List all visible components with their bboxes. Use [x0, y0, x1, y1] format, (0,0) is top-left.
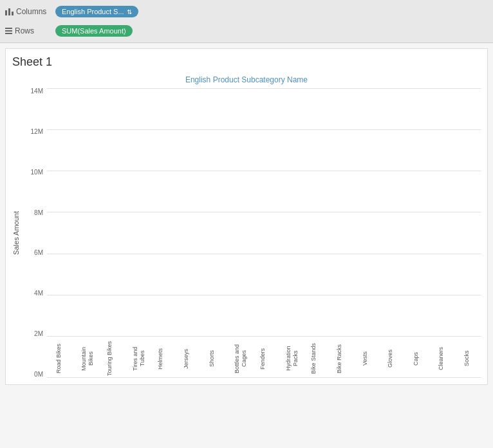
- y-axis: 0M2M4M6M8M10M12M14M: [23, 88, 47, 378]
- columns-pill-sort-icon: ⇅: [127, 8, 132, 15]
- columns-label-text: Columns: [16, 7, 46, 16]
- x-label: Fenders: [259, 339, 268, 378]
- x-label-wrap: Bike Stands: [302, 339, 328, 378]
- y-tick: 6M: [34, 250, 43, 256]
- columns-row: Columns English Product S... ⇅: [5, 3, 488, 21]
- chart-title: English Product Subcategory Name: [185, 75, 308, 84]
- x-label-wrap: Touring Bikes: [98, 339, 124, 378]
- x-label: Cleaners: [438, 339, 447, 378]
- chart-body: 0M2M4M6M8M10M12M14M Road BikesMountain B…: [23, 88, 481, 378]
- x-label-wrap: Fenders: [251, 339, 277, 378]
- x-label-wrap: Mountain Bikes: [73, 339, 98, 378]
- x-label: Caps: [413, 339, 422, 378]
- y-tick: 14M: [31, 88, 43, 95]
- x-label-wrap: Gloves: [378, 339, 404, 378]
- chart-area: English Product Subcategory Name Sales A…: [12, 75, 481, 378]
- x-label-wrap: Jerseys: [174, 339, 200, 378]
- y-tick: 12M: [31, 129, 43, 135]
- chart-inner: Sales Amount 0M2M4M6M8M10M12M14M Road Bi…: [12, 88, 481, 378]
- x-label: Touring Bikes: [106, 339, 115, 378]
- y-tick: 10M: [31, 169, 43, 176]
- x-label: Bottles and Cages: [234, 339, 243, 378]
- y-tick: 0M: [34, 371, 43, 378]
- x-label: Vests: [362, 339, 371, 378]
- toolbar: Columns English Product S... ⇅ Rows SUM(…: [0, 0, 493, 43]
- x-label: Bike Racks: [336, 339, 345, 378]
- y-tick: 2M: [34, 331, 43, 337]
- y-tick: 8M: [34, 210, 43, 216]
- columns-label: Columns: [5, 7, 50, 16]
- x-label-wrap: Vests: [353, 339, 379, 378]
- x-label-wrap: Bottles and Cages: [225, 339, 251, 378]
- y-axis-label: Sales Amount: [12, 211, 20, 255]
- columns-pill-text: English Product S...: [62, 8, 124, 15]
- plot-area: Road BikesMountain BikesTouring BikesTir…: [47, 88, 481, 378]
- x-label: Hydration Packs: [285, 339, 294, 378]
- x-label: Shorts: [209, 339, 218, 378]
- x-label-wrap: Socks: [455, 339, 481, 378]
- sheet-title: Sheet 1: [12, 55, 481, 69]
- x-label: Tires and Tubes: [132, 339, 141, 378]
- columns-pill[interactable]: English Product S... ⇅: [55, 6, 138, 17]
- rows-icon: [5, 28, 12, 34]
- bars-row: [47, 88, 481, 337]
- x-label-wrap: Bike Racks: [328, 339, 353, 378]
- x-label-wrap: Helmets: [149, 339, 175, 378]
- x-label: Road Bikes: [55, 339, 64, 378]
- x-label: Mountain Bikes: [80, 339, 89, 378]
- x-label-wrap: Road Bikes: [47, 339, 73, 378]
- rows-pill-text: SUM(Sales Amount): [62, 27, 126, 35]
- y-tick: 4M: [34, 290, 43, 297]
- x-label: Bike Stands: [310, 339, 319, 378]
- x-label: Helmets: [157, 339, 166, 378]
- x-label: Socks: [463, 339, 472, 378]
- x-label-wrap: Tires and Tubes: [124, 339, 149, 378]
- x-label: Jerseys: [183, 339, 192, 378]
- x-label: Gloves: [387, 339, 396, 378]
- x-label-wrap: Cleaners: [430, 339, 456, 378]
- sheet-container: Sheet 1 English Product Subcategory Name…: [5, 48, 488, 385]
- x-axis-labels: Road BikesMountain BikesTouring BikesTir…: [47, 337, 481, 378]
- columns-icon: [5, 8, 14, 15]
- rows-label-text: Rows: [15, 26, 34, 35]
- rows-row: Rows SUM(Sales Amount): [5, 22, 488, 40]
- x-label-wrap: Shorts: [200, 339, 226, 378]
- x-label-wrap: Hydration Packs: [277, 339, 302, 378]
- rows-pill[interactable]: SUM(Sales Amount): [55, 25, 133, 37]
- x-label-wrap: Caps: [404, 339, 430, 378]
- rows-label: Rows: [5, 26, 50, 35]
